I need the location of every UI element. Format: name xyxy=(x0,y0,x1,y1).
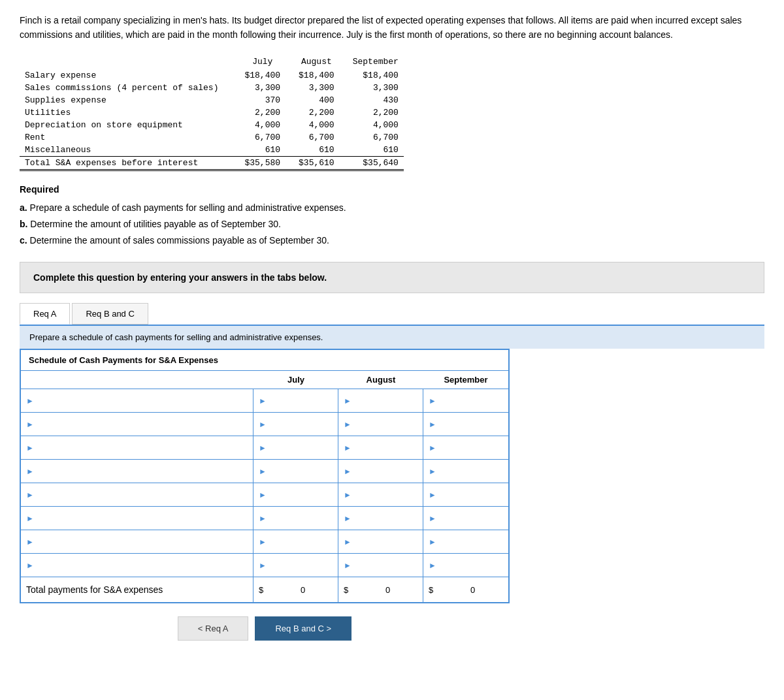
expense-total-row: Total S&A expenses before interest $35,5… xyxy=(20,156,404,170)
col-header-september: September xyxy=(340,56,404,69)
schedule-rows: ► ► ► ► ► ► ► ► xyxy=(21,389,508,577)
schedule-total-july-input[interactable] xyxy=(266,585,305,595)
schedule-data-row: ► ► ► ► xyxy=(21,554,508,577)
tabs-container: Req A Req B and C Prepare a schedule of … xyxy=(20,303,764,641)
expense-september: 6,700 xyxy=(340,131,404,144)
required-item: b. Determine the amount of utilities pay… xyxy=(20,216,764,232)
row-arrow-august: ► xyxy=(344,396,351,406)
schedule-row-september-input-1[interactable] xyxy=(439,419,503,429)
prev-button[interactable]: < Req A xyxy=(178,616,249,641)
schedule-row-july-cell: ► xyxy=(253,507,338,530)
schedule-row-september-input-3[interactable] xyxy=(439,466,503,476)
schedule-row-august-input-6[interactable] xyxy=(354,537,417,547)
tab-req-a[interactable]: Req A xyxy=(20,303,70,325)
row-arrow: ► xyxy=(26,443,34,453)
tab-content: Prepare a schedule of cash payments for … xyxy=(20,325,764,603)
row-arrow-august: ► xyxy=(344,537,351,547)
row-arrow-september: ► xyxy=(429,443,436,453)
schedule-row-september-input-6[interactable] xyxy=(439,537,503,547)
schedule-row-august-cell: ► xyxy=(338,413,423,436)
row-arrow: ► xyxy=(26,490,34,500)
schedule-row-july-cell: ► xyxy=(253,483,338,506)
expense-table: July August September Salary expense $18… xyxy=(20,56,404,171)
schedule-row-july-input-6[interactable] xyxy=(269,537,333,547)
schedule-row-label-cell: ► xyxy=(21,460,253,483)
schedule-row-august-input-0[interactable] xyxy=(354,396,417,406)
expense-label: Miscellaneous xyxy=(20,144,231,157)
expense-july: 610 xyxy=(231,144,286,157)
schedule-total-july: $ xyxy=(253,577,338,602)
expense-august: 6,700 xyxy=(286,131,340,144)
schedule-row-august-input-7[interactable] xyxy=(354,560,417,570)
schedule-section: Schedule of Cash Payments for S&A Expens… xyxy=(20,349,764,603)
schedule-row-august-input-2[interactable] xyxy=(354,443,417,453)
schedule-row-label-input-4[interactable] xyxy=(37,490,248,500)
schedule-row-august-input-5[interactable] xyxy=(354,513,417,523)
schedule-row-label-input-0[interactable] xyxy=(37,396,248,406)
expense-july: 370 xyxy=(231,94,286,106)
complete-box: Complete this question by entering your … xyxy=(20,262,764,293)
schedule-row-september-input-5[interactable] xyxy=(439,513,503,523)
schedule-data-row: ► ► ► ► xyxy=(21,460,508,483)
expense-july: 4,000 xyxy=(231,119,286,131)
row-arrow-august: ► xyxy=(344,561,351,570)
schedule-row-label-input-6[interactable] xyxy=(37,537,248,547)
tab-req-b-c[interactable]: Req B and C xyxy=(72,303,148,325)
schedule-data-row: ► ► ► ► xyxy=(21,413,508,436)
expense-august: 400 xyxy=(286,94,340,106)
complete-box-text: Complete this question by entering your … xyxy=(33,272,327,283)
next-button[interactable]: Req B and C > xyxy=(255,616,351,641)
schedule-row-label-input-2[interactable] xyxy=(37,443,248,453)
schedule-row-september-input-7[interactable] xyxy=(439,560,503,570)
schedule-row-july-input-7[interactable] xyxy=(269,560,333,570)
schedule-row-september-cell: ► xyxy=(423,554,508,577)
expense-row: Depreciation on store equipment 4,000 4,… xyxy=(20,119,404,131)
schedule-row-august-cell: ► xyxy=(338,483,423,506)
schedule-row-august-input-1[interactable] xyxy=(354,419,417,429)
expense-july: $18,400 xyxy=(231,69,286,82)
schedule-row-label-input-7[interactable] xyxy=(37,560,248,570)
schedule-row-label-cell: ► xyxy=(21,483,253,506)
row-arrow-july: ► xyxy=(259,443,267,453)
expense-september: 4,000 xyxy=(340,119,404,131)
row-arrow: ► xyxy=(26,396,34,406)
schedule-row-september-cell: ► xyxy=(423,483,508,506)
schedule-data-row: ► ► ► ► xyxy=(21,483,508,507)
schedule-total-september-input[interactable] xyxy=(436,585,475,595)
required-item: c. Determine the amount of sales commiss… xyxy=(20,232,764,249)
schedule-row-august-cell: ► xyxy=(338,389,423,412)
schedule-row-august-cell: ► xyxy=(338,460,423,483)
schedule-row-label-input-3[interactable] xyxy=(37,466,248,476)
required-section: Required a. Prepare a schedule of cash p… xyxy=(20,184,764,249)
schedule-row-august-input-3[interactable] xyxy=(354,466,417,476)
schedule-total-august-input[interactable] xyxy=(351,585,390,595)
schedule-row-label-cell: ► xyxy=(21,507,253,530)
expense-label: Salary expense xyxy=(20,69,231,82)
row-arrow-august: ► xyxy=(344,443,351,453)
schedule-header-row: July August September xyxy=(21,371,508,389)
schedule-row-september-input-0[interactable] xyxy=(439,396,503,406)
row-arrow-july: ► xyxy=(259,537,267,547)
row-arrow-september: ► xyxy=(429,490,436,500)
schedule-row-july-input-4[interactable] xyxy=(269,490,333,500)
bottom-nav: < Req A Req B and C > xyxy=(20,616,510,641)
schedule-row-label-input-1[interactable] xyxy=(37,419,248,429)
schedule-row-september-input-4[interactable] xyxy=(439,490,503,500)
row-arrow-july: ► xyxy=(259,514,267,523)
schedule-col-header-august: August xyxy=(338,371,423,389)
schedule-row-label-cell: ► xyxy=(21,413,253,436)
schedule-row-august-input-4[interactable] xyxy=(354,490,417,500)
schedule-row-july-input-1[interactable] xyxy=(269,419,333,429)
schedule-row-july-cell: ► xyxy=(253,389,338,412)
schedule-row-july-input-2[interactable] xyxy=(269,443,333,453)
schedule-row-september-cell: ► xyxy=(423,436,508,459)
expense-row: Sales commissions (4 percent of sales) 3… xyxy=(20,82,404,94)
schedule-row-july-input-0[interactable] xyxy=(269,396,333,406)
schedule-row-label-input-5[interactable] xyxy=(37,513,248,523)
row-arrow: ► xyxy=(26,561,34,570)
schedule-row-july-cell: ► xyxy=(253,413,338,436)
schedule-row-september-input-2[interactable] xyxy=(439,443,503,453)
schedule-row-july-input-3[interactable] xyxy=(269,466,333,476)
expense-total-august: $35,610 xyxy=(286,156,340,170)
schedule-row-july-input-5[interactable] xyxy=(269,513,333,523)
